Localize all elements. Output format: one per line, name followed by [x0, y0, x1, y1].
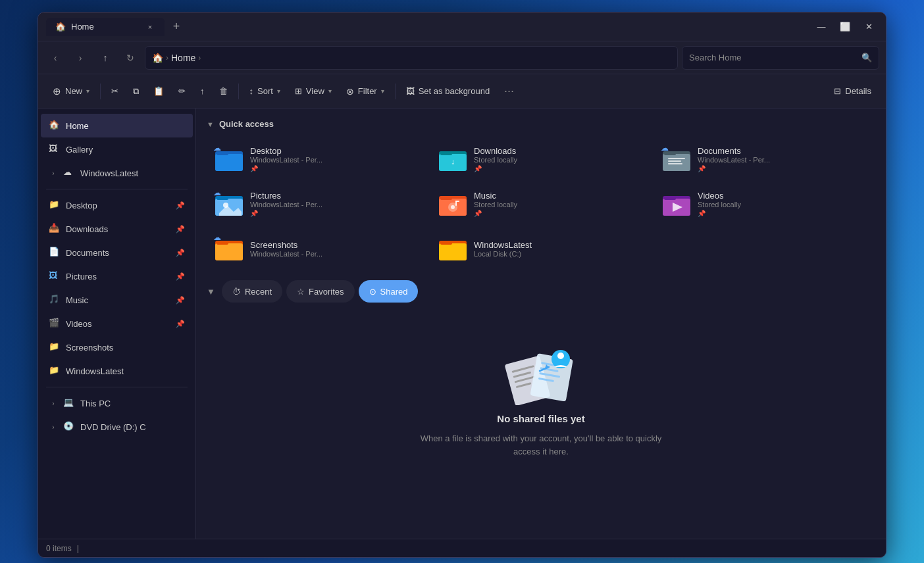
tab-favorites[interactable]: ☆ Favorites	[286, 280, 354, 303]
sidebar-item-windowslatest[interactable]: › ☁ WindowsLatest	[41, 161, 193, 185]
up-button[interactable]: ↑	[95, 47, 116, 68]
folder-item-music[interactable]: Music Stored locally 📌	[430, 183, 652, 225]
sidebar-label-gallery: Gallery	[66, 145, 93, 155]
folder-item-windowslatest[interactable]: WindowsLatest Local Disk (C:)	[430, 228, 652, 270]
empty-state-subtitle: When a file is shared with your account,…	[416, 432, 666, 458]
home-sidebar-icon: 🏠	[49, 120, 61, 132]
delete-button[interactable]: 🗑	[213, 80, 234, 103]
search-box[interactable]: Search Home 🔍	[682, 46, 879, 70]
sidebar-item-videos[interactable]: 🎬 Videos 📌	[41, 312, 193, 335]
documents-folder-name: Documents	[698, 146, 770, 156]
empty-state-title: No shared files yet	[497, 413, 584, 424]
videos-folder-icon	[663, 192, 690, 216]
pin-icon-pictures: 📌	[176, 272, 185, 281]
quick-access-header[interactable]: ▼ Quick access	[207, 116, 875, 132]
active-tab[interactable]: 🏠 Home ×	[46, 18, 165, 36]
details-label: Details	[845, 86, 871, 96]
file-explorer-window: 🏠 Home × + — ⬜ ✕ ‹ › ↑ ↻ 🏠 › Home › Sear…	[38, 12, 886, 558]
sidebar-item-pictures[interactable]: 🖼 Pictures 📌	[41, 264, 193, 288]
section-collapse-icon[interactable]: ▼	[207, 287, 215, 297]
sidebar-item-dvd[interactable]: › 💿 DVD Drive (D:) C	[41, 415, 193, 439]
sidebar-item-windowslatest-pinned[interactable]: 📁 WindowsLatest	[41, 359, 193, 383]
dvd-sidebar-icon: 💿	[63, 421, 75, 433]
videos-folder-pin: 📌	[698, 210, 741, 217]
folder-item-screenshots[interactable]: ☁ Screenshots WindowsLatest - Per...	[207, 228, 428, 270]
close-button[interactable]: ✕	[860, 20, 878, 34]
new-button[interactable]: ⊕ New ▾	[46, 80, 96, 103]
sidebar-item-desktop[interactable]: 📁 Desktop 📌	[41, 193, 193, 217]
windowslatest-icon-wrap	[438, 234, 467, 263]
sidebar-label-documents: Documents	[66, 248, 109, 258]
rename-button[interactable]: ✏	[172, 80, 192, 103]
sidebar-item-home[interactable]: 🏠 Home	[41, 114, 193, 137]
filter-button[interactable]: ⊗ Filter ▾	[340, 80, 391, 103]
set-background-label: Set as background	[419, 86, 490, 96]
sort-chevron: ▾	[277, 87, 280, 95]
pictures-folder-sub: WindowsLatest - Per...	[250, 201, 322, 208]
tab-shared[interactable]: ⊙ Shared	[359, 280, 419, 303]
videos-sidebar-icon: 🎬	[49, 318, 61, 330]
documents-folder-text: Documents WindowsLatest - Per... 📌	[698, 146, 770, 172]
documents-folder-sub: WindowsLatest - Per...	[698, 156, 770, 164]
folder-item-pictures[interactable]: ☁ Pictures WindowsLatest - Per... 📌	[207, 183, 428, 225]
sidebar-item-downloads[interactable]: 📥 Downloads 📌	[41, 217, 193, 241]
documents-sidebar-icon: 📄	[49, 247, 61, 258]
sidebar-item-documents[interactable]: 📄 Documents 📌	[41, 241, 193, 264]
minimize-button[interactable]: —	[812, 20, 831, 34]
folder-item-desktop[interactable]: ☁ Desktop WindowsLatest - Per... 📌	[207, 138, 428, 180]
sidebar-item-gallery[interactable]: 🖼 Gallery	[41, 137, 193, 161]
cloud-badge-documents: ☁	[661, 143, 671, 154]
svg-rect-10	[668, 158, 685, 159]
forward-button[interactable]: ›	[70, 47, 91, 68]
new-chevron-icon: ▾	[86, 87, 90, 95]
refresh-button[interactable]: ↻	[120, 47, 141, 68]
paste-icon: 📋	[153, 86, 164, 96]
details-button[interactable]: ⊟ Details	[827, 80, 878, 103]
more-options-button[interactable]: ···	[498, 80, 521, 103]
view-button[interactable]: ⊞ View ▾	[288, 80, 338, 103]
screenshots-folder-text: Screenshots WindowsLatest - Per...	[250, 240, 322, 258]
new-tab-button[interactable]: +	[167, 18, 186, 36]
breadcrumb[interactable]: 🏠 › Home ›	[145, 46, 678, 70]
svg-rect-1	[215, 154, 243, 171]
paste-button[interactable]: 📋	[147, 80, 170, 103]
downloads-folder-sub: Stored locally	[474, 156, 517, 164]
windowslatest-folder-text: WindowsLatest Local Disk (C:)	[474, 240, 532, 258]
empty-state: No shared files yet When a file is share…	[207, 313, 875, 484]
music-folder-text: Music Stored locally 📌	[474, 191, 517, 217]
cut-button[interactable]: ✂	[105, 80, 125, 103]
pin-icon-downloads: 📌	[176, 225, 185, 233]
videos-folder-name: Videos	[698, 191, 741, 201]
filter-icon: ⊗	[346, 86, 354, 97]
screenshots-folder-sub: WindowsLatest - Per...	[250, 250, 322, 258]
folder-item-documents[interactable]: ☁ Documents WindowsLatest - Per...	[654, 138, 875, 180]
set-background-icon: 🖼	[406, 86, 415, 96]
sort-button[interactable]: ↕ Sort ▾	[243, 80, 287, 103]
breadcrumb-label: Home	[171, 53, 195, 63]
window-controls: — ⬜ ✕	[812, 20, 878, 34]
filter-chevron: ▾	[381, 87, 384, 95]
share-button[interactable]: ↑	[193, 80, 211, 103]
pictures-sidebar-icon: 🖼	[49, 270, 61, 282]
windowslatest-folder-icon	[439, 237, 467, 260]
tab-close-button[interactable]: ×	[145, 22, 155, 32]
sidebar-item-screenshots[interactable]: 📁 Screenshots	[41, 335, 193, 359]
cloud-badge-pictures: ☁	[213, 188, 224, 199]
set-background-button[interactable]: 🖼 Set as background	[399, 80, 496, 103]
back-button[interactable]: ‹	[45, 47, 66, 68]
main-area: 🏠 Home 🖼 Gallery › ☁ WindowsLatest 📁 Des…	[38, 109, 886, 539]
sidebar: 🏠 Home 🖼 Gallery › ☁ WindowsLatest 📁 Des…	[38, 109, 196, 539]
folder-item-downloads[interactable]: ↓ Downloads Stored locally 📌	[430, 138, 652, 180]
svg-rect-5	[440, 151, 452, 155]
maximize-button[interactable]: ⬜	[836, 20, 854, 34]
shared-icon: ⊙	[369, 287, 376, 297]
sidebar-item-thispc[interactable]: › 💻 This PC	[41, 391, 193, 415]
sidebar-label-thispc: This PC	[80, 399, 111, 408]
view-label: View	[306, 86, 324, 96]
tab-recent[interactable]: ⏱ Recent	[222, 280, 282, 303]
sidebar-divider-1	[46, 189, 188, 189]
copy-button[interactable]: ⧉	[126, 80, 145, 103]
empty-state-icon	[501, 339, 580, 405]
folder-item-videos[interactable]: Videos Stored locally 📌	[654, 183, 875, 225]
sidebar-item-music[interactable]: 🎵 Music 📌	[41, 288, 193, 312]
